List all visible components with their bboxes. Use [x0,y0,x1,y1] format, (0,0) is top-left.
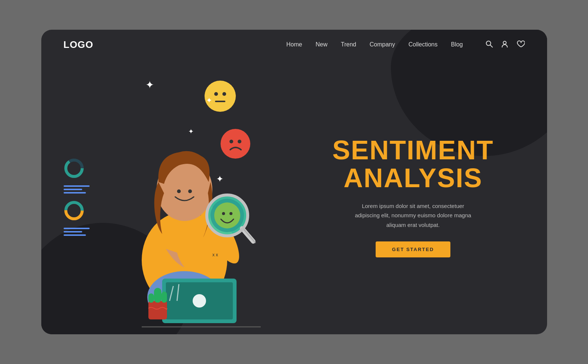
nav-item-collections[interactable]: Collections [408,41,437,48]
sad-emoji [220,128,251,160]
chart-lines-1 [64,185,90,194]
text-area: SENTIMENT ANALYSIS Lorem ipsum dolor sit… [294,121,547,273]
svg-rect-27 [148,293,154,303]
heart-icon[interactable] [517,40,525,49]
svg-text:x x: x x [212,252,218,257]
sparkle-3: ✦ [188,128,194,135]
illustration-area: x x ✦ ✦ ✦ ✦ [41,59,294,334]
svg-rect-28 [161,292,167,303]
svg-point-33 [214,92,218,96]
nav-item-blog[interactable]: Blog [451,41,463,48]
svg-point-2 [503,41,506,44]
donut-chart-1 [64,158,84,179]
svg-point-34 [222,92,226,96]
svg-rect-25 [148,301,167,319]
chart-line [64,231,82,233]
nav-icons [485,40,525,49]
svg-point-36 [221,129,250,159]
chart-line [64,185,90,187]
nav-item-company[interactable]: Company [370,41,395,48]
charts-panel [64,158,90,236]
nav-item-home[interactable]: Home [286,41,302,48]
donut-chart-2 [64,200,84,221]
chart-line [64,192,86,194]
navbar: LOGO Home New Trend Company Collections … [41,30,547,59]
cta-button[interactable]: GET STARTED [376,241,450,257]
logo: LOGO [64,39,94,51]
nav-links: Home New Trend Company Collections Blog [286,41,463,48]
svg-rect-26 [154,288,161,303]
hero-description: Lorem ipsum dolor sit amet, consectetuer… [354,201,473,230]
headline-line2: ANALYSIS [344,163,482,193]
svg-point-15 [222,212,225,215]
chart-line [64,228,90,229]
svg-point-14 [214,202,240,228]
chart-line [64,234,86,236]
headline: SENTIMENT ANALYSIS [332,136,494,192]
svg-point-23 [193,294,206,308]
svg-line-18 [244,230,255,243]
chart-lines-2 [64,228,90,236]
headline-line1: SENTIMENT [332,135,494,165]
svg-point-11 [188,189,192,193]
svg-point-38 [238,140,241,143]
nav-item-trend[interactable]: Trend [341,41,356,48]
sparkle-2: ✦ [206,97,212,104]
main-card: LOGO Home New Trend Company Collections … [41,30,547,334]
search-icon[interactable] [485,40,493,49]
sparkle-1: ✦ [145,80,154,90]
nav-item-new[interactable]: New [316,41,328,48]
main-content: x x ✦ ✦ ✦ ✦ S [41,59,547,334]
sparkle-4: ✦ [216,175,224,183]
svg-point-10 [177,189,181,193]
svg-point-16 [229,212,232,215]
user-icon[interactable] [501,40,508,49]
svg-point-37 [229,140,233,143]
chart-line [64,189,82,190]
svg-line-1 [490,45,492,47]
